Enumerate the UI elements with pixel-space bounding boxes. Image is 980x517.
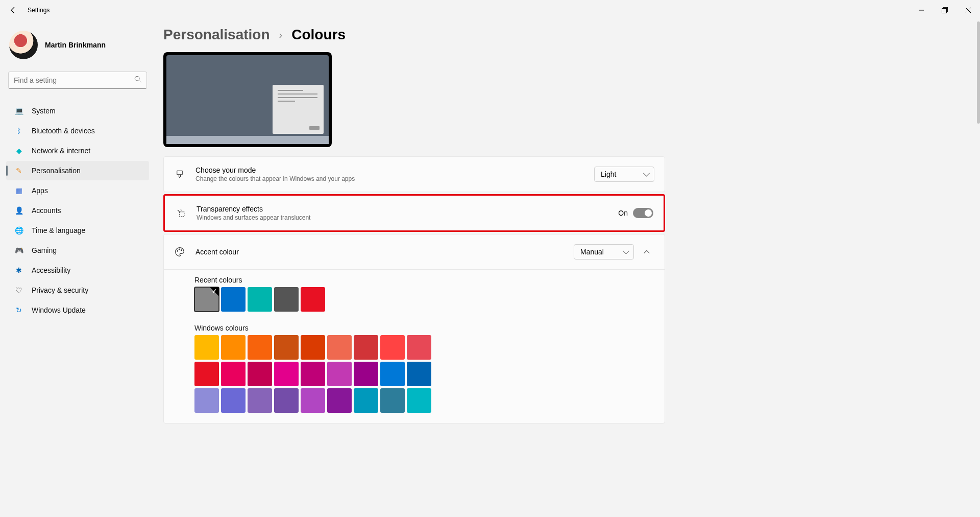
accent-colours-section: Recent colours Windows colours	[164, 269, 665, 423]
nav-item-bluetooth-devices[interactable]: ᛒBluetooth & devices	[6, 121, 149, 140]
windows-colour-swatch[interactable]	[248, 362, 272, 386]
nav-item-apps[interactable]: ▦Apps	[6, 181, 149, 200]
transparency-title: Transparency effects	[197, 205, 618, 213]
search-icon	[134, 76, 141, 85]
nav-label: Network & internet	[32, 147, 90, 155]
transparency-state: On	[618, 209, 628, 217]
windows-colour-swatch[interactable]	[194, 362, 219, 386]
nav-item-time-language[interactable]: 🌐Time & language	[6, 221, 149, 240]
windows-colour-swatch[interactable]	[354, 335, 378, 360]
windows-colour-swatch[interactable]	[380, 362, 405, 386]
nav-icon: 🎮	[14, 246, 23, 255]
svg-point-9	[181, 250, 182, 251]
nav-label: Windows Update	[32, 306, 86, 314]
recent-colour-swatch[interactable]	[248, 287, 272, 312]
minimize-button[interactable]	[910, 0, 933, 20]
mode-select[interactable]: Light	[594, 167, 654, 182]
windows-colour-swatch[interactable]	[274, 335, 299, 360]
windows-colour-swatch[interactable]	[407, 388, 431, 413]
windows-colour-swatch[interactable]	[274, 362, 299, 386]
nav-label: Personalisation	[32, 167, 81, 175]
windows-colour-swatch[interactable]	[248, 388, 272, 413]
nav-item-personalisation[interactable]: ✎Personalisation	[6, 161, 149, 180]
recent-colour-swatch[interactable]	[194, 287, 219, 312]
nav-item-network-internet[interactable]: ◆Network & internet	[6, 141, 149, 160]
transparency-icon	[175, 208, 186, 218]
nav-item-system[interactable]: 💻System	[6, 101, 149, 121]
windows-colour-swatch[interactable]	[221, 335, 246, 360]
mode-title: Choose your mode	[195, 166, 594, 174]
nav-item-accessibility[interactable]: ✱Accessibility	[6, 261, 149, 280]
nav-item-accounts[interactable]: 👤Accounts	[6, 201, 149, 220]
windows-colours-grid	[194, 335, 439, 413]
windows-colour-swatch[interactable]	[327, 335, 352, 360]
nav-item-windows-update[interactable]: ↻Windows Update	[6, 300, 149, 320]
windows-colour-swatch[interactable]	[274, 388, 299, 413]
nav-icon: ↻	[14, 306, 23, 315]
nav-item-gaming[interactable]: 🎮Gaming	[6, 241, 149, 260]
nav-item-privacy-security[interactable]: 🛡Privacy & security	[6, 280, 149, 300]
svg-rect-2	[942, 9, 947, 13]
search-input[interactable]	[14, 76, 134, 84]
recent-colour-swatch[interactable]	[274, 287, 299, 312]
main-content: Personalisation › Colours Choose your mo…	[163, 27, 970, 517]
nav-label: Accounts	[32, 206, 61, 215]
brush-icon	[174, 170, 185, 179]
accent-card: Accent colour Manual Recent colours Wind…	[163, 234, 665, 424]
svg-rect-5	[177, 171, 183, 175]
windows-colour-swatch[interactable]	[221, 362, 246, 386]
windows-colours-label: Windows colours	[194, 324, 634, 332]
mode-card: Choose your mode Change the colours that…	[163, 156, 665, 192]
svg-point-7	[177, 251, 178, 252]
svg-point-3	[135, 76, 139, 81]
nav-icon: ◆	[14, 146, 23, 155]
windows-colour-swatch[interactable]	[194, 335, 219, 360]
windows-colour-swatch[interactable]	[301, 362, 325, 386]
chevron-right-icon: ›	[279, 29, 283, 41]
windows-colour-swatch[interactable]	[354, 362, 378, 386]
avatar	[9, 31, 38, 59]
profile[interactable]: Martin Brinkmann	[6, 27, 149, 69]
accent-select[interactable]: Manual	[574, 244, 634, 260]
nav-icon: ▦	[14, 186, 23, 195]
breadcrumb-parent[interactable]: Personalisation	[163, 27, 270, 43]
user-name: Martin Brinkmann	[45, 41, 106, 49]
nav-label: Time & language	[32, 226, 85, 234]
svg-rect-6	[180, 212, 184, 217]
transparency-highlight: Transparency effects Windows and surface…	[163, 194, 665, 232]
windows-colour-swatch[interactable]	[194, 388, 219, 413]
windows-colour-swatch[interactable]	[407, 335, 431, 360]
search-box[interactable]	[8, 72, 147, 89]
windows-colour-swatch[interactable]	[354, 388, 378, 413]
windows-colour-swatch[interactable]	[301, 335, 325, 360]
breadcrumb: Personalisation › Colours	[163, 27, 965, 43]
recent-colour-swatch[interactable]	[301, 287, 325, 312]
windows-colour-swatch[interactable]	[221, 388, 246, 413]
recent-colour-swatch[interactable]	[221, 287, 246, 312]
windows-colour-swatch[interactable]	[327, 388, 352, 413]
maximize-button[interactable]	[933, 0, 957, 20]
nav-label: Gaming	[32, 246, 57, 254]
recent-colours-label: Recent colours	[194, 276, 634, 284]
windows-colour-swatch[interactable]	[380, 335, 405, 360]
title-bar: Settings	[0, 0, 980, 20]
windows-colour-swatch[interactable]	[248, 335, 272, 360]
accent-title: Accent colour	[195, 248, 574, 256]
nav-icon: ✱	[14, 266, 23, 275]
scrollbar[interactable]	[977, 21, 980, 124]
nav-label: Bluetooth & devices	[32, 127, 95, 135]
windows-colour-swatch[interactable]	[407, 362, 431, 386]
nav-icon: 💻	[14, 106, 23, 115]
nav-label: Accessibility	[32, 266, 70, 274]
close-button[interactable]	[957, 0, 980, 20]
app-title: Settings	[28, 7, 50, 14]
windows-colour-swatch[interactable]	[327, 362, 352, 386]
breadcrumb-current: Colours	[291, 27, 346, 43]
accent-collapse[interactable]	[639, 248, 654, 255]
windows-colour-swatch[interactable]	[380, 388, 405, 413]
transparency-toggle[interactable]	[633, 208, 653, 218]
windows-colour-swatch[interactable]	[301, 388, 325, 413]
svg-line-4	[139, 80, 141, 82]
nav-label: System	[32, 107, 56, 115]
back-button[interactable]	[3, 0, 23, 20]
